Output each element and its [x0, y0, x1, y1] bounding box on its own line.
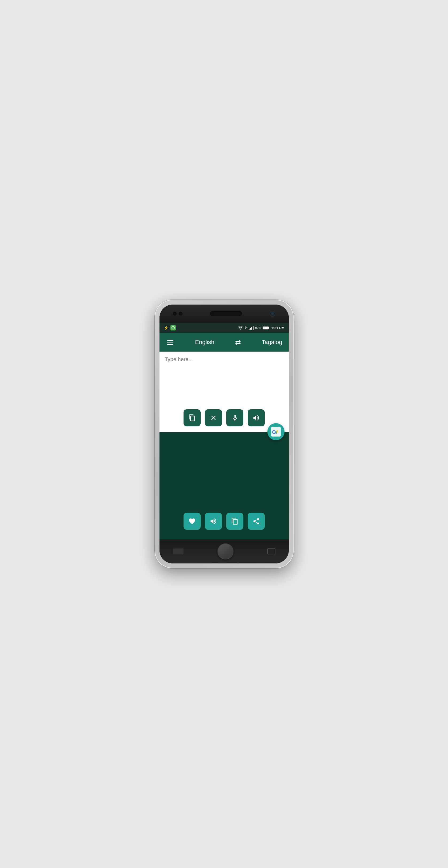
home-button[interactable] [218, 544, 233, 559]
clear-icon [210, 414, 217, 422]
source-language[interactable]: English [195, 339, 214, 346]
clipboard-icon [188, 414, 196, 422]
phone-device: ⚡ [155, 300, 294, 568]
app-header: English ⇄ Tagalog [159, 333, 289, 351]
share-icon [252, 518, 260, 525]
status-right: 92% 1:31 PM [238, 326, 284, 330]
usb-icon: ⚡ [164, 326, 168, 330]
speaker-grille [210, 311, 242, 316]
app-icon-inner [171, 326, 175, 330]
text-input-field[interactable] [159, 351, 289, 405]
battery-percentage: 92% [255, 326, 261, 330]
share-button[interactable] [248, 513, 265, 530]
bottom-bezel [159, 539, 289, 563]
target-language[interactable]: Tagalog [261, 339, 282, 346]
battery-icon [263, 326, 268, 330]
speak-input-button[interactable] [248, 409, 265, 426]
google-translate-icon: G T [271, 427, 281, 437]
output-area [159, 432, 289, 539]
volume-output-icon [210, 518, 217, 525]
signal-bar-3 [251, 327, 252, 330]
battery-fill [263, 327, 267, 329]
phone-screen: ⚡ [159, 305, 289, 563]
heart-icon [188, 518, 196, 525]
recent-apps-button[interactable] [267, 549, 276, 554]
speaker-dots [173, 312, 183, 315]
volume-icon [252, 414, 260, 422]
signal-bars [249, 326, 254, 330]
status-bar: ⚡ [159, 323, 289, 333]
copy-output-button[interactable] [226, 513, 243, 530]
clear-button[interactable] [205, 409, 222, 426]
google-translate-button[interactable]: G T [267, 423, 285, 440]
menu-button[interactable] [166, 339, 174, 346]
hamburger-line-3 [167, 344, 173, 345]
status-left: ⚡ [164, 325, 176, 331]
back-button[interactable] [173, 549, 184, 554]
app-notification-icon [170, 325, 176, 331]
data-sync-icon [245, 326, 247, 330]
microphone-button[interactable] [226, 409, 243, 426]
status-time: 1:31 PM [271, 326, 284, 330]
hamburger-line-1 [167, 340, 173, 341]
screen: ⚡ [159, 323, 289, 539]
hamburger-line-2 [167, 342, 173, 343]
speak-output-button[interactable] [205, 513, 222, 530]
signal-bar-1 [249, 329, 250, 330]
top-bezel [159, 305, 289, 323]
signal-bar-2 [250, 328, 251, 330]
favorite-button[interactable] [184, 513, 201, 530]
wifi-icon [238, 326, 243, 330]
front-camera [269, 311, 276, 317]
copy-icon [231, 518, 238, 525]
signal-bar-4 [253, 326, 254, 330]
swap-languages-button[interactable]: ⇄ [235, 338, 241, 346]
output-actions-bar [159, 508, 289, 534]
clipboard-button[interactable] [184, 409, 201, 426]
speaker-dot-2 [179, 312, 183, 315]
microphone-icon [231, 414, 238, 422]
speaker-dot-1 [173, 312, 177, 315]
input-area: G T [159, 351, 289, 432]
